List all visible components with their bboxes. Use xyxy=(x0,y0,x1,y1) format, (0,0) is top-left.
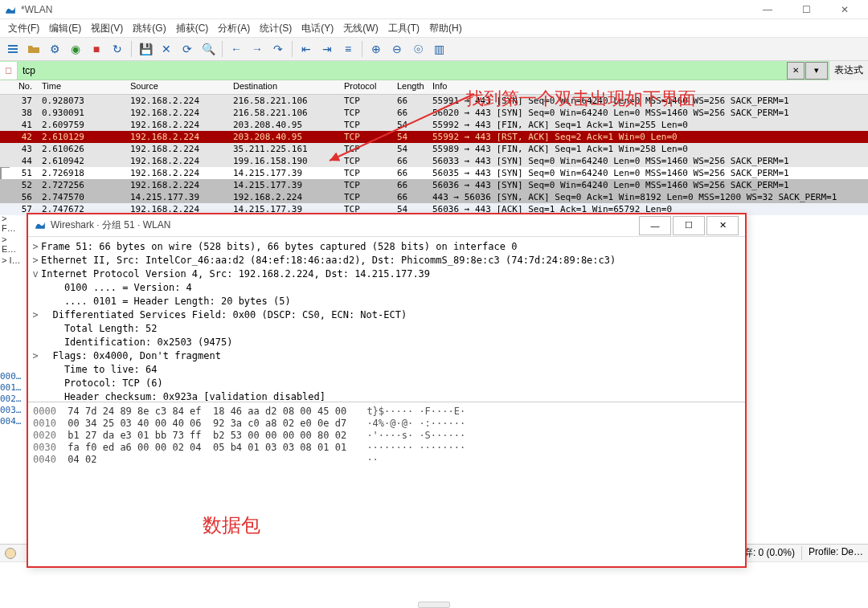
tree-caret-icon[interactable] xyxy=(30,336,41,349)
tree-caret-icon[interactable] xyxy=(30,295,41,308)
hex-line[interactable]: 0010 00 34 25 03 40 00 40 06 92 3a c0 a8… xyxy=(33,418,740,430)
proto-tree-line[interactable]: > Flags: 0x4000, Don't fragment xyxy=(30,349,743,363)
toolbar-go-to-icon[interactable]: ↷ xyxy=(268,39,288,59)
proto-tree-line[interactable]: Time to live: 64 xyxy=(30,363,743,377)
packet-cell: 54 xyxy=(394,131,429,143)
filter-clear-button[interactable]: ✕ xyxy=(787,62,805,80)
toolbar-zoom-in-icon[interactable]: ⊕ xyxy=(366,39,386,59)
menu-item[interactable]: 无线(W) xyxy=(338,20,383,37)
menu-item[interactable]: 捕获(C) xyxy=(171,20,214,37)
filter-expression-button[interactable]: 表达式 xyxy=(829,61,868,80)
toolbar-zoom-out-icon[interactable]: ⊖ xyxy=(387,39,407,59)
detail-minimize-button[interactable]: — xyxy=(639,216,671,235)
toolbar-reload-icon[interactable]: ⟳ xyxy=(178,39,197,59)
tree-caret-icon[interactable] xyxy=(30,281,41,295)
tree-caret-icon[interactable]: > xyxy=(30,308,41,322)
col-header-source[interactable]: Source xyxy=(127,80,230,94)
toolbar-go-forward-icon[interactable]: → xyxy=(248,39,267,59)
proto-tree-line[interactable]: vInternet Protocol Version 4, Src: 192.1… xyxy=(30,267,743,281)
proto-tree-line[interactable]: >Frame 51: 66 bytes on wire (528 bits), … xyxy=(30,240,743,254)
toolbar-list-icon[interactable] xyxy=(3,39,23,59)
menu-item[interactable]: 帮助(H) xyxy=(424,20,467,37)
toolbar-autoscroll-icon[interactable]: ≡ xyxy=(338,39,358,59)
filter-bookmark-icon[interactable]: ◻ xyxy=(0,62,18,80)
menu-item[interactable]: 电话(Y) xyxy=(297,20,338,37)
menu-item[interactable]: 视图(V) xyxy=(86,20,128,37)
toolbar-last-icon[interactable]: ⇥ xyxy=(317,39,337,59)
menu-item[interactable]: 工具(T) xyxy=(383,20,424,37)
toolbar-restart-capture-icon[interactable]: ↻ xyxy=(108,39,127,59)
hex-line[interactable]: 0020 b1 27 da e3 01 bb 73 ff b2 53 00 00… xyxy=(33,430,740,442)
col-header-protocol[interactable]: Protocol xyxy=(341,80,394,94)
col-header-length[interactable]: Length xyxy=(394,80,429,94)
hex-line[interactable]: 0000 74 7d 24 89 8e c3 84 ef 18 46 aa d2… xyxy=(33,406,740,418)
proto-tree-line[interactable]: Protocol: TCP (6) xyxy=(30,377,743,390)
tree-caret-icon[interactable]: > xyxy=(30,349,41,363)
col-header-time[interactable]: Time xyxy=(39,80,127,94)
menu-item[interactable]: 文件(F) xyxy=(3,20,44,37)
proto-tree-line[interactable]: 0100 .... = Version: 4 xyxy=(30,281,743,295)
toolbar-find-icon[interactable]: 🔍 xyxy=(199,39,218,59)
menu-item[interactable]: 编辑(E) xyxy=(44,20,86,37)
window-minimize-button[interactable]: — xyxy=(749,0,786,19)
wireshark-logo-icon xyxy=(5,4,16,15)
hex-bytes: b1 27 da e3 01 bb 73 ff b2 53 00 00 00 0… xyxy=(68,430,352,441)
tree-caret-icon[interactable] xyxy=(30,363,41,377)
window-maximize-button[interactable]: ☐ xyxy=(788,0,825,19)
detail-close-button[interactable]: ✕ xyxy=(706,216,739,235)
tree-caret-icon[interactable]: > xyxy=(30,254,41,267)
proto-tree-line[interactable]: Identification: 0x2503 (9475) xyxy=(30,336,743,349)
col-header-no[interactable]: No. xyxy=(0,80,39,94)
packet-row[interactable]: 422.610129192.168.2.224203.208.40.95TCP5… xyxy=(0,131,868,143)
proto-tree-line[interactable]: Total Length: 52 xyxy=(30,322,743,336)
packet-row[interactable]: 380.930091192.168.2.224216.58.221.106TCP… xyxy=(0,107,868,119)
status-profile[interactable]: Profile: De… xyxy=(801,546,863,560)
toolbar-capture-options-icon[interactable]: ⚙ xyxy=(45,39,64,59)
packet-row[interactable]: 432.610626192.168.2.22435.211.225.161TCP… xyxy=(0,143,868,155)
proto-tree-line[interactable]: Header checksum: 0x923a [validation disa… xyxy=(30,390,743,402)
packet-cell: 56 xyxy=(0,191,39,203)
toolbar-resize-cols-icon[interactable]: ▥ xyxy=(429,39,448,59)
hex-dump-pane[interactable]: 0000 74 7d 24 89 8e c3 84 ef 18 46 aa d2… xyxy=(28,402,745,566)
packet-row[interactable]: 562.74757014.215.177.39192.168.2.224TCP6… xyxy=(0,191,868,203)
packet-row[interactable]: 522.727256192.168.2.22414.215.177.39TCP6… xyxy=(0,179,868,191)
packet-cell: TCP xyxy=(341,179,394,191)
filter-apply-dropdown[interactable]: ▾ xyxy=(805,62,828,80)
hex-offset-sliver: 004… xyxy=(0,416,24,427)
col-header-info[interactable]: Info xyxy=(429,80,868,94)
col-header-destination[interactable]: Destination xyxy=(230,80,341,94)
proto-tree-line[interactable]: >Ethernet II, Src: IntelCor_46:aa:d2 (84… xyxy=(30,254,743,267)
packet-cell: 41 xyxy=(0,119,39,131)
toolbar-open-icon[interactable] xyxy=(24,39,43,59)
packet-row[interactable]: 412.609759192.168.2.224203.208.40.95TCP5… xyxy=(0,119,868,131)
menu-item[interactable]: 跳转(G) xyxy=(128,20,170,37)
detail-maximize-button[interactable]: ☐ xyxy=(673,216,705,235)
window-close-button[interactable]: ✕ xyxy=(826,0,863,19)
packet-cell: 192.168.2.224 xyxy=(230,191,341,203)
proto-tree-pane[interactable]: >Frame 51: 66 bytes on wire (528 bits), … xyxy=(28,237,745,402)
packet-row[interactable]: 370.928073192.168.2.224216.58.221.106TCP… xyxy=(0,95,868,107)
toolbar-zoom-reset-icon[interactable]: ⦾ xyxy=(408,39,428,59)
toolbar-start-capture-icon[interactable]: ◉ xyxy=(66,39,85,59)
tree-caret-icon[interactable] xyxy=(30,322,41,336)
proto-tree-line[interactable]: > Differentiated Services Field: 0x00 (D… xyxy=(30,308,743,322)
toolbar-first-icon[interactable]: ⇤ xyxy=(297,39,316,59)
packet-row[interactable]: 442.610942192.168.2.224199.16.158.190TCP… xyxy=(0,155,868,167)
toolbar-save-icon[interactable]: 💾 xyxy=(136,39,155,59)
toolbar-close-file-icon[interactable]: ✕ xyxy=(157,39,176,59)
proto-tree-line[interactable]: .... 0101 = Header Length: 20 bytes (5) xyxy=(30,295,743,308)
expert-info-indicator-icon[interactable] xyxy=(5,548,16,559)
display-filter-input[interactable] xyxy=(18,63,786,78)
toolbar-stop-capture-icon[interactable]: ■ xyxy=(87,39,106,59)
menu-item[interactable]: 分析(A) xyxy=(213,20,255,37)
packet-list[interactable]: 370.928073192.168.2.224216.58.221.106TCP… xyxy=(0,95,868,215)
hex-line[interactable]: 0040 04 02 ·· xyxy=(33,454,740,466)
tree-caret-icon[interactable]: > xyxy=(30,240,41,254)
tree-caret-icon[interactable]: v xyxy=(30,267,41,281)
hex-line[interactable]: 0030 fa f0 ed a6 00 00 02 04 05 b4 01 03… xyxy=(33,442,740,454)
menu-item[interactable]: 统计(S) xyxy=(255,20,297,37)
packet-row[interactable]: 512.726918192.168.2.22414.215.177.39TCP6… xyxy=(0,167,868,179)
toolbar-go-back-icon[interactable]: ← xyxy=(227,39,246,59)
tree-caret-icon[interactable] xyxy=(30,390,41,402)
tree-caret-icon[interactable] xyxy=(30,377,41,390)
